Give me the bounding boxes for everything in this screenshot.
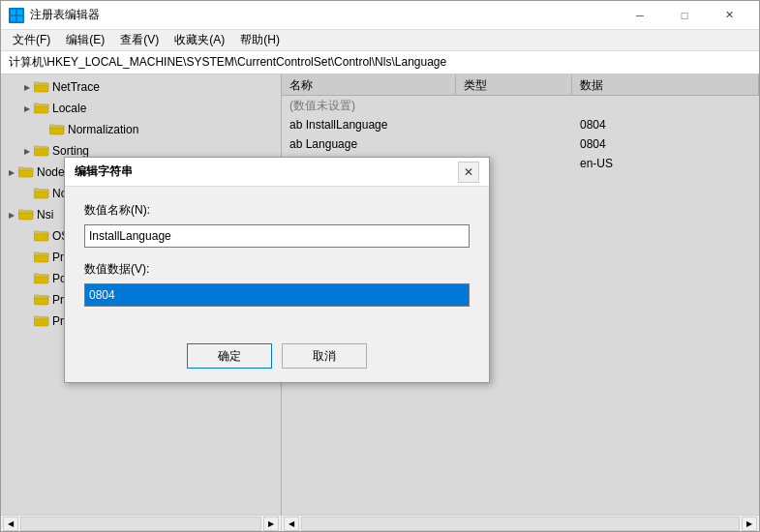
scroll-right-button-right[interactable]: ▶ [742,517,757,531]
minimize-button[interactable]: ─ [618,1,662,30]
dialog-title-bar: 编辑字符串 ✕ [65,158,489,187]
svg-rect-2 [11,16,15,21]
app-icon [9,8,24,23]
svg-rect-0 [11,10,15,15]
address-bar: 计算机\HKEY_LOCAL_MACHINE\SYSTEM\CurrentCon… [1,51,759,74]
scroll-left-button[interactable]: ◀ [3,517,18,531]
col-header-type: 类型 [456,74,572,96]
data-cell-name-1: ab InstallLanguage [282,116,456,133]
menu-favorites[interactable]: 收藏夹(A) [167,30,232,50]
expand-arrow-nsi: ▶ [5,208,18,222]
data-row-install-language[interactable]: ab InstallLanguage 0804 [282,115,759,134]
folder-icon-normalization [49,123,65,136]
data-cell-value-2: 0804 [572,135,759,153]
dialog-title: 编辑字符串 [75,163,458,180]
folder-icon-notifications [34,187,49,200]
scroll-left-button-right[interactable]: ◀ [284,517,299,531]
data-cell-value-3: en-US [572,155,759,172]
title-bar: 注册表编辑器 ─ □ ✕ [1,1,759,30]
data-cell-type-0 [456,103,572,107]
menu-help[interactable]: 帮助(H) [232,30,288,50]
svg-rect-1 [17,10,22,15]
expand-arrow-sorting: ▶ [20,144,34,158]
expand-arrow-locale: ▶ [20,102,34,115]
folder-icon-locale [34,102,49,115]
name-input[interactable] [84,224,470,248]
tree-item-nettrace[interactable]: ▶ NetTrace [1,76,281,98]
tree-item-normalization[interactable]: ▶ Normalization [1,119,281,140]
edit-string-dialog: 编辑字符串 ✕ 数值名称(N): 数值数据(V): 确定 取消 [64,157,490,383]
window-title: 注册表编辑器 [30,7,618,23]
window-controls: ─ □ ✕ [618,1,751,30]
menu-file[interactable]: 文件(F) [5,30,58,50]
tree-label-locale: Locale [52,102,86,115]
folder-icon-power [34,272,49,285]
data-cell-name-0: (数值未设置) [282,96,456,116]
svg-rect-3 [17,16,22,21]
dialog-footer: 确定 取消 [65,336,489,382]
right-header: 名称 类型 数据 [282,74,759,96]
menu-edit[interactable]: 编辑(E) [58,30,112,50]
data-label: 数值数据(V): [84,261,470,278]
scroll-right-button[interactable]: ▶ [263,517,279,531]
main-content: ▶ NetTrace ▶ [1,74,759,515]
data-input[interactable] [84,283,470,307]
expand-arrow-nettrace: ▶ [20,80,34,94]
folder-icon-osextension [34,229,49,243]
dialog-body: 数值名称(N): 数值数据(V): [65,187,489,336]
data-cell-type-1 [456,123,572,127]
data-cell-name-2: ab Language [282,135,456,153]
folder-icon-nsi [18,208,34,222]
folder-icon-nettrace [34,80,49,94]
tree-label-normalization: Normalization [68,123,138,136]
col-header-name: 名称 [282,74,456,96]
cancel-button[interactable]: 取消 [282,343,367,369]
scroll-track-left[interactable] [20,517,261,531]
main-window: 注册表编辑器 ─ □ ✕ 文件(F) 编辑(E) 查看(V) 收藏夹(A) 帮助… [0,0,760,532]
tree-label-nettrace: NetTrace [52,80,100,94]
data-cell-value-1: 0804 [572,116,759,133]
menu-view[interactable]: 查看(V) [112,30,167,50]
bottom-scrollbar: ◀ ▶ ◀ ▶ [1,515,759,531]
folder-icon-pnp [34,251,49,264]
dialog-close-button[interactable]: ✕ [458,162,479,183]
address-path: 计算机\HKEY_LOCAL_MACHINE\SYSTEM\CurrentCon… [9,54,446,71]
folder-icon-prioritycontrol [34,314,49,328]
right-scrollbar: ◀ ▶ [282,516,759,531]
tree-label-nsi: Nsi [37,208,53,222]
data-row-language[interactable]: ab Language 0804 [282,134,759,154]
tree-label-sorting: Sorting [52,144,89,158]
data-cell-value-0 [572,103,759,107]
ok-button[interactable]: 确定 [187,343,272,369]
scroll-track-right[interactable] [301,517,740,531]
folder-icon-sorting [34,144,49,158]
name-label: 数值名称(N): [84,202,470,219]
data-row-default[interactable]: (数值未设置) [282,96,759,115]
close-button[interactable]: ✕ [707,1,751,30]
tree-scrollbar: ◀ ▶ [1,516,282,531]
maximize-button[interactable]: □ [662,1,707,30]
menu-bar: 文件(F) 编辑(E) 查看(V) 收藏夹(A) 帮助(H) [1,30,759,51]
tree-item-locale[interactable]: ▶ Locale [1,98,281,119]
col-header-data: 数据 [572,74,759,96]
folder-icon-nodeinterfaces [18,165,34,179]
folder-icon-print [34,293,49,307]
data-cell-type-2 [456,142,572,146]
expand-arrow-nodeinterfaces: ▶ [5,165,18,179]
